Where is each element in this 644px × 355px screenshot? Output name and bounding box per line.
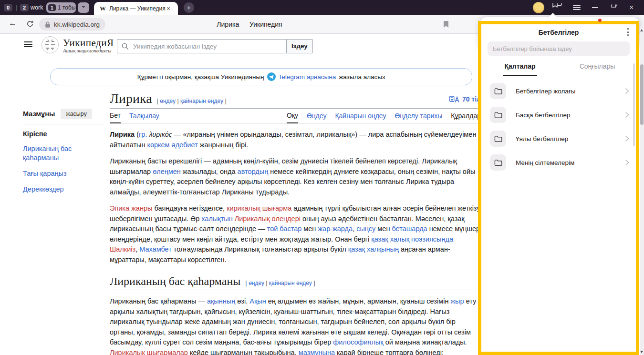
toc-hide-button[interactable]: жасыру <box>61 109 92 119</box>
tab-group-work-badge[interactable]: 2 <box>20 4 29 11</box>
panel-menu-icon[interactable] <box>625 28 630 36</box>
tab-folders[interactable]: Қалталар <box>481 62 559 75</box>
wiki-hamburger-menu[interactable] <box>24 41 32 48</box>
inline-link[interactable]: автордың <box>238 168 269 175</box>
tab-read[interactable]: Оқу <box>287 112 298 123</box>
inline-link[interactable]: өңдеу <box>160 98 176 104</box>
inline-link[interactable]: сыңсу <box>356 225 375 233</box>
inline-text: толғауларында Лирикалық толғаныстар арқы… <box>172 245 348 253</box>
inline-link[interactable]: ақынның <box>207 297 235 305</box>
inline-link[interactable]: гр. <box>139 131 147 138</box>
tab-close-icon[interactable]: × <box>166 5 170 12</box>
toc-item-see-also[interactable]: Тағы қараңыз <box>23 169 104 178</box>
telegram-icon <box>267 72 276 81</box>
folder-row-mobile-bookmarks[interactable]: Ұялы бетбелгілер <box>481 127 636 151</box>
banner-text-before: Құрметті оқырман, қазақша Уикипедияның <box>137 73 264 81</box>
tab-edit[interactable]: Өңдеу <box>307 112 326 123</box>
inline-text: қарай бірнеше топтарға бөлінеді: <box>335 349 444 355</box>
bookmarks-search-box[interactable] <box>488 41 630 56</box>
inline-link[interactable]: қайнарын өңдеу <box>180 98 223 104</box>
table-of-contents: Мазмұны жасыру Кіріспе Лириканың бас қаһ… <box>23 109 104 194</box>
toc-item-intro[interactable]: Кіріспе <box>23 130 104 138</box>
page-scrollbar[interactable] <box>640 27 644 355</box>
folder-label: Бетбелгілер жолағы <box>516 88 575 95</box>
chevron-right-icon <box>625 112 629 118</box>
panel-scrollbar-thumb[interactable] <box>633 63 635 146</box>
wiki-search-input[interactable] <box>132 42 286 51</box>
reload-button[interactable] <box>26 20 34 30</box>
profile-avatar[interactable] <box>533 2 544 13</box>
article-edit-links: [ өңдеу | қайнарын өңдеу ] <box>157 98 227 104</box>
inline-link[interactable]: жар-жарда <box>318 225 353 233</box>
inline-link[interactable]: жыр <box>450 297 464 305</box>
tab-separator: | <box>16 4 17 11</box>
scrollbar-thumb[interactable] <box>640 64 644 125</box>
inline-link[interactable]: той бастар <box>267 225 302 233</box>
inline-link[interactable]: мазмұнына <box>299 349 335 355</box>
bookmarks-search-input[interactable] <box>488 45 630 52</box>
wiki-search-box[interactable] <box>117 39 287 53</box>
inline-link[interactable]: Лирикалық шығармалар <box>110 349 188 355</box>
inline-link[interactable]: Эпика жанры <box>110 204 152 212</box>
telegram-link[interactable]: Telegram арнасына <box>279 73 336 81</box>
inline-link[interactable]: қайнарын өңдеу <box>269 280 312 286</box>
active-tab[interactable]: W Лирика — Уикипедия × <box>94 2 178 15</box>
back-button[interactable]: ← <box>9 19 17 28</box>
inline-link[interactable]: кирикалық шығарма <box>227 204 291 212</box>
window-minimize-button[interactable] <box>592 7 598 8</box>
tab-recent[interactable]: Соңғылары <box>559 62 636 75</box>
wordmark-tagline: Ашық энциклопедиясы <box>63 48 114 53</box>
inline-link[interactable]: көркем әдебиет <box>147 141 198 149</box>
tab-group-work-label[interactable]: work <box>31 4 43 11</box>
inline-text: баяндауға негізделсе, <box>152 204 227 212</box>
folder-row-other-bookmarks[interactable]: Басқа бетбелгілер <box>481 103 636 127</box>
bookmarks-panel-title: Бетбелгілер <box>481 29 636 36</box>
folder-icon <box>490 154 506 171</box>
lock-icon <box>45 21 51 28</box>
language-switcher[interactable]: 70 тіл <box>449 95 481 103</box>
tab-page[interactable]: Бет <box>110 112 121 123</box>
inline-link[interactable]: қазақ халық поэзиясында <box>371 235 453 243</box>
paragraph-1: Лирика (гр. λυρικός — «лираның үнімен ор… <box>110 130 481 150</box>
tab-group-toby[interactable]: 1 1 тобы <box>46 2 76 13</box>
folder-row-bookmarks-bar[interactable]: Бетбелгілер жолағы <box>481 79 636 103</box>
new-tab-button[interactable]: + <box>184 2 194 13</box>
folder-icon <box>490 83 506 99</box>
inline-link[interactable]: Ақын <box>249 297 266 305</box>
browser-menu-icon[interactable] <box>573 5 581 10</box>
wiki-search-button[interactable]: Іздеу <box>286 39 313 53</box>
tab-group-expand-button[interactable] <box>78 2 89 13</box>
scroll-up-arrow[interactable] <box>640 29 643 31</box>
tab-history[interactable]: Өңделу тарихы <box>395 112 442 123</box>
tab-group-pinned-badge[interactable]: 0 <box>4 4 12 11</box>
tab-edit-source[interactable]: Қайнарын өңдеу <box>335 112 386 123</box>
tab-talk[interactable]: Талқылау <box>129 112 159 123</box>
folder-label: Менің сілтемелерім <box>516 159 574 166</box>
article-title: Лирика <box>110 91 152 106</box>
window-close-button[interactable]: × <box>629 4 634 11</box>
address-bar[interactable]: kk.wikipedia.org <box>39 18 105 30</box>
inline-link[interactable]: Лирикалық өлеңдері <box>235 215 301 223</box>
wikipedia-wordmark[interactable]: УикипедиЯ Ашық энциклопедиясы <box>63 38 114 53</box>
inline-link[interactable]: қазақ халқының <box>348 245 399 253</box>
tab-tools[interactable]: Құралдар <box>451 112 481 123</box>
folder-icon <box>490 107 506 123</box>
bookmarks-panel: Бетбелгілер Қалталар Соңғылары Бетбелгіл… <box>478 21 639 355</box>
banner-text-after: жазыла аласыз <box>339 73 385 81</box>
inline-link[interactable]: халықтын <box>201 215 232 223</box>
inline-text: ( <box>135 131 139 138</box>
inline-link[interactable]: Махамбет <box>139 245 172 253</box>
inline-link[interactable]: беташарда <box>392 225 427 233</box>
inline-link[interactable]: философиялық <box>333 338 383 346</box>
folder-row-my-links[interactable]: Менің сілтемелерім <box>481 151 636 174</box>
toc-item-main-hero[interactable]: Лириканың бас қаһарманы <box>23 144 104 162</box>
inline-text: кейде шығарманың тақырыбына, <box>188 349 299 355</box>
scroll-down-arrow[interactable] <box>640 351 643 353</box>
inline-link[interactable]: өңдеу <box>249 280 264 286</box>
toc-item-references[interactable]: Дереккөздер <box>23 185 104 194</box>
inline-link[interactable]: өлеңмен <box>153 168 181 175</box>
wikipedia-logo[interactable] <box>41 36 59 56</box>
inline-link[interactable]: Шалкиіз <box>110 245 135 253</box>
bookmark-flag-icon[interactable] <box>443 20 449 30</box>
chevron-down-icon <box>81 6 86 9</box>
